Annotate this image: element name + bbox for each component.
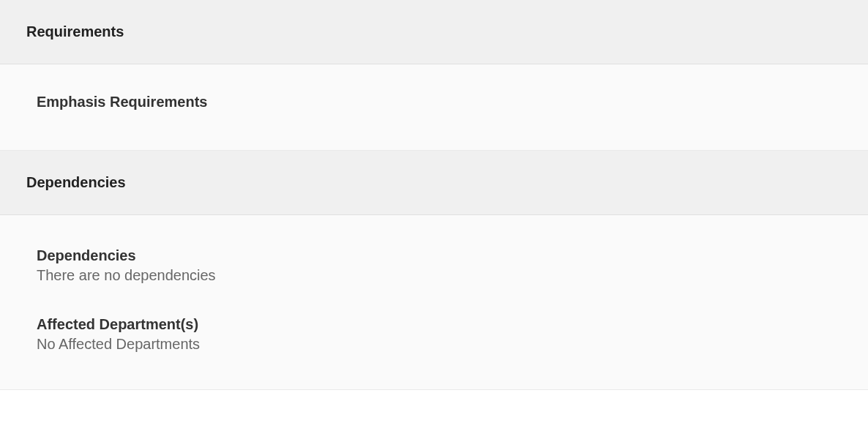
affected-departments-label: Affected Department(s): [37, 316, 842, 333]
affected-departments-value: No Affected Departments: [37, 336, 842, 353]
requirements-section-body: Emphasis Requirements: [0, 64, 868, 151]
dependencies-title: Dependencies: [26, 174, 842, 191]
dependencies-value: There are no dependencies: [37, 267, 842, 284]
requirements-section-header: Requirements: [0, 0, 868, 64]
page-container: Requirements Emphasis Requirements Depen…: [0, 0, 868, 390]
dependencies-label: Dependencies: [37, 247, 842, 264]
affected-departments-field: Affected Department(s) No Affected Depar…: [37, 316, 842, 353]
dependencies-section-header: Dependencies: [0, 151, 868, 215]
requirements-title: Requirements: [26, 23, 842, 40]
emphasis-requirements-label: Emphasis Requirements: [37, 94, 842, 110]
dependencies-section-body: Dependencies There are no dependencies A…: [0, 215, 868, 390]
dependencies-field: Dependencies There are no dependencies: [37, 247, 842, 284]
